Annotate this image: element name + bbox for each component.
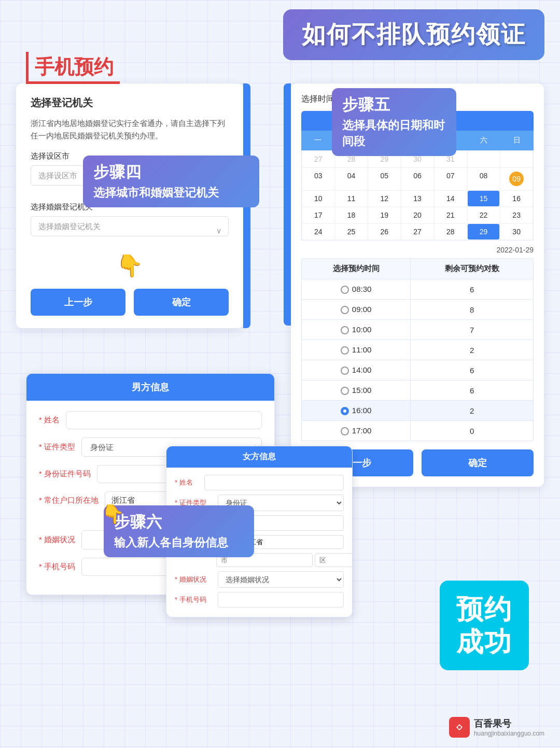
remaining-cell: 6 bbox=[411, 279, 534, 300]
cal-day[interactable]: 13 bbox=[401, 190, 434, 207]
remaining-cell: 6 bbox=[411, 360, 534, 380]
female-panel-header: 女方信息 bbox=[166, 446, 352, 468]
cal-day[interactable]: 07 bbox=[434, 167, 467, 190]
cal-day[interactable]: 09 bbox=[500, 167, 533, 190]
success-text: 预约成功 bbox=[456, 593, 512, 658]
hand-cursor-area: 👇 bbox=[31, 253, 229, 278]
female-marriage-select[interactable]: 选择婚姻状况 bbox=[218, 571, 344, 588]
cal-day[interactable]: 16 bbox=[500, 190, 533, 207]
cal-day[interactable]: 11 bbox=[335, 190, 368, 207]
cal-day[interactable]: 23 bbox=[500, 207, 533, 223]
time-cell[interactable]: 08:30 bbox=[302, 279, 411, 300]
female-phone-input[interactable] bbox=[218, 592, 344, 608]
time-cell[interactable]: 15:00 bbox=[302, 380, 411, 401]
cal-day[interactable]: 30 bbox=[500, 223, 533, 240]
cal-week-4: 17 18 19 20 21 22 23 bbox=[302, 207, 533, 223]
female-phone-row: * 手机号码 bbox=[175, 592, 344, 608]
female-name-input[interactable] bbox=[204, 475, 344, 490]
cal-day[interactable]: 08 bbox=[467, 167, 500, 190]
agency-select[interactable]: 选择婚姻登记机关 bbox=[31, 216, 229, 236]
col-header-remaining: 剩余可预约对数 bbox=[411, 259, 534, 279]
female-marriage-label: * 婚姻状况 bbox=[175, 575, 206, 584]
step4-title: 步骤四 bbox=[93, 162, 249, 183]
male-name-input[interactable] bbox=[66, 411, 262, 429]
weekday-mon: 一 bbox=[301, 134, 334, 147]
title-banner: 如何不排队预约领证 bbox=[283, 9, 544, 60]
cal-day-29[interactable]: 29 bbox=[467, 223, 500, 240]
male-panel-header: 男方信息 bbox=[26, 374, 274, 401]
step4-desc: 选择城市和婚姻登记机关 bbox=[93, 185, 249, 201]
time-row-selected: 16:00 2 bbox=[302, 401, 534, 421]
agency-select-wrapper: 选择婚姻登记机关 bbox=[31, 216, 229, 245]
cal-day[interactable]: 18 bbox=[335, 207, 368, 223]
cal-day[interactable]: 05 bbox=[368, 167, 401, 190]
watermark-url: huangjinbaixiangguo.com bbox=[474, 730, 544, 737]
time-row: 11:00 2 bbox=[302, 340, 534, 360]
cal-day[interactable]: 27 bbox=[302, 151, 335, 167]
female-name-row: * 姓名 bbox=[175, 475, 344, 490]
cal-day[interactable]: 12 bbox=[368, 190, 401, 207]
hand-icon: 👇 bbox=[116, 253, 143, 278]
male-marriage-label: 婚姻状况 bbox=[39, 535, 75, 545]
male-id-num-label: 身份证件号码 bbox=[39, 469, 91, 479]
cal-day[interactable]: 06 bbox=[401, 167, 434, 190]
cal-day[interactable]: 27 bbox=[401, 223, 434, 240]
cal-day[interactable]: 21 bbox=[434, 207, 467, 223]
remaining-cell: 8 bbox=[411, 300, 534, 320]
cal-day[interactable]: 25 bbox=[335, 223, 368, 240]
col-header-time: 选择预约时间 bbox=[302, 259, 411, 279]
cal-day[interactable]: 22 bbox=[467, 207, 500, 223]
male-phone-label: 手机号码 bbox=[39, 562, 75, 572]
cal-week-2: 03 04 05 06 07 08 09 bbox=[302, 167, 533, 190]
confirm-button[interactable]: 确定 bbox=[134, 289, 229, 316]
step5-title: 步骤五 bbox=[342, 94, 446, 116]
cal-day bbox=[500, 151, 533, 167]
cal-day-15[interactable]: 15 bbox=[467, 190, 500, 207]
cal-day[interactable]: 17 bbox=[302, 207, 335, 223]
remaining-cell: 2 bbox=[411, 401, 534, 421]
step5-desc: 选择具体的日期和时间段 bbox=[342, 118, 446, 150]
calendar-grid: 27 28 29 30 31 03 04 05 06 07 08 09 bbox=[301, 150, 534, 241]
selected-date: 2022-01-29 bbox=[301, 246, 534, 254]
action-buttons: 上一步 确定 bbox=[31, 289, 229, 316]
step4-badge: 步骤四 选择城市和婚姻登记机关 bbox=[83, 156, 259, 207]
remaining-cell: 6 bbox=[411, 380, 534, 401]
time-cell-selected[interactable]: 16:00 bbox=[302, 401, 411, 421]
cal-day[interactable]: 24 bbox=[302, 223, 335, 240]
female-district-input[interactable] bbox=[315, 553, 353, 567]
cal-day[interactable]: 20 bbox=[401, 207, 434, 223]
cal-day[interactable]: 19 bbox=[368, 207, 401, 223]
female-marriage-row: * 婚姻状况 选择婚姻状况 bbox=[175, 571, 344, 588]
weekday-sat: 六 bbox=[467, 134, 500, 147]
time-row: 17:00 0 bbox=[302, 421, 534, 441]
weekday-sun: 日 bbox=[500, 134, 534, 147]
page-title: 如何不排队预约领证 bbox=[302, 19, 526, 51]
time-row: 08:30 6 bbox=[302, 279, 534, 300]
step6-title: 步骤六 bbox=[114, 512, 244, 533]
step6-badge: 步骤六 输入新人各自身份信息 bbox=[104, 505, 254, 557]
cal-day[interactable]: 14 bbox=[434, 190, 467, 207]
time-cell[interactable]: 10:00 bbox=[302, 320, 411, 340]
logo-icon bbox=[452, 720, 467, 735]
step5-badge: 步骤五 选择具体的日期和时间段 bbox=[332, 88, 456, 156]
male-name-row: 姓名 bbox=[39, 411, 262, 429]
time-cell[interactable]: 17:00 bbox=[302, 421, 411, 441]
time-row: 14:00 6 bbox=[302, 360, 534, 380]
cal-day[interactable]: 28 bbox=[434, 223, 467, 240]
cal-day[interactable]: 04 bbox=[335, 167, 368, 190]
time-cell[interactable]: 11:00 bbox=[302, 340, 411, 360]
prev-button[interactable]: 上一步 bbox=[31, 289, 125, 316]
male-address-label: 常住户口所在地 bbox=[39, 496, 99, 505]
cal-day[interactable]: 03 bbox=[302, 167, 335, 190]
right-confirm-button[interactable]: 确定 bbox=[422, 449, 534, 476]
panel-title: 选择登记机关 bbox=[31, 96, 229, 110]
cal-day[interactable]: 26 bbox=[368, 223, 401, 240]
watermark-name: 百香果号 bbox=[474, 717, 544, 730]
male-id-type-label: 证件类型 bbox=[39, 442, 75, 452]
time-cell[interactable]: 14:00 bbox=[302, 360, 411, 380]
success-badge: 预约成功 bbox=[440, 581, 529, 670]
cal-day[interactable]: 10 bbox=[302, 190, 335, 207]
time-cell[interactable]: 09:00 bbox=[302, 300, 411, 320]
watermark: 百香果号 huangjinbaixiangguo.com bbox=[449, 717, 544, 738]
female-name-label: * 姓名 bbox=[175, 478, 193, 487]
